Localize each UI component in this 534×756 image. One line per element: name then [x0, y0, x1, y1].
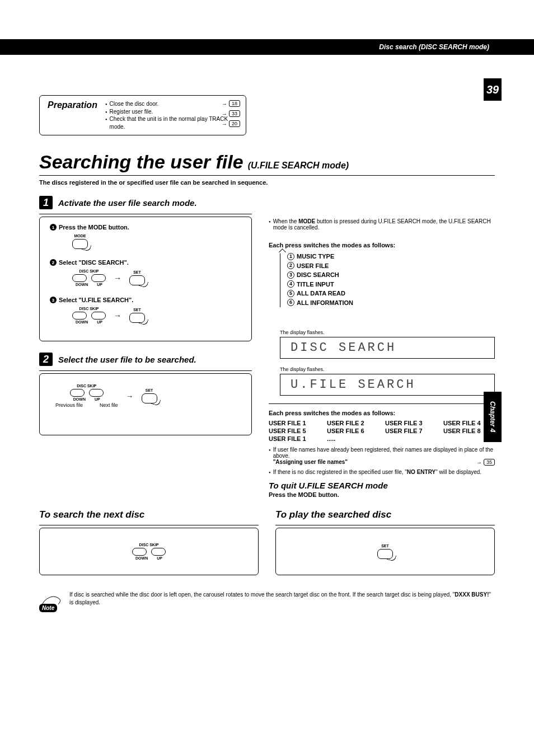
arrow-right-icon: → — [114, 274, 121, 283]
file-list-title: Each press switches the modes as follows… — [269, 410, 495, 416]
substep: 1Press the MODE button. — [50, 224, 241, 231]
preparation-box: Preparation Close the disc door. Registe… — [39, 95, 246, 135]
step-title: Select the user file to be searched. — [58, 355, 196, 364]
down-button-icon — [72, 312, 87, 320]
set-button-icon — [129, 275, 145, 285]
header-bar: Disc search (DISC SEARCH mode) — [0, 39, 534, 55]
page-description: The discs registered in the or specified… — [39, 179, 495, 186]
step2-box: DISC SKIP DOWN UP Previous file Next fil… — [39, 373, 252, 435]
down-button-icon — [132, 548, 147, 556]
display-flash-label: The display flashes. — [280, 330, 495, 335]
prep-item: Check that the unit is in the normal pla… — [105, 115, 238, 130]
set-label: SET — [146, 388, 153, 392]
mode-list: 1MUSIC TYPE 2USER FILE 3DISC SEARCH 4TIT… — [280, 252, 495, 307]
footnote: Note If disc is searched while the disc … — [39, 591, 495, 614]
mode-label: MODE — [74, 234, 86, 238]
up-button-icon — [91, 312, 106, 320]
page-number: 39 — [484, 78, 502, 101]
quit-instruction: Press the MODE button. — [269, 491, 495, 498]
step1-box: 1Press the MODE button. MODE 2Select "DI… — [39, 217, 252, 341]
play-disc-title: To play the searched disc — [275, 509, 495, 520]
substep: 2Select "DISC SEARCH". — [50, 259, 241, 266]
substep: 3Select "U.FILE SEARCH". — [50, 297, 241, 303]
no-entry-note: If there is no disc registered in the sp… — [269, 469, 495, 475]
disc-skip-diagram-2: DISC SKIP DOWN UP → SET — [72, 307, 241, 324]
page-ref: →35 — [476, 459, 495, 466]
note-icon: Note — [39, 591, 63, 614]
step-number: 2 — [39, 353, 53, 366]
down-button-icon — [70, 389, 85, 397]
page-title: Searching the user file (U.FILE SEARCH m… — [39, 151, 495, 173]
up-button-icon — [89, 389, 104, 397]
page-ref: →18 — [222, 100, 240, 107]
preparation-title: Preparation — [48, 100, 97, 130]
right-column: When the MODE button is pressed during U… — [269, 196, 495, 498]
disc-skip-label: DISC SKIP — [79, 307, 99, 311]
left-column: 1 Activate the user file search mode. 1P… — [39, 196, 252, 498]
arrow-right-icon: → — [126, 392, 134, 401]
note-badge: Note — [39, 604, 57, 612]
up-button-icon — [151, 548, 166, 556]
divider — [275, 525, 495, 525]
step1-header: 1 Activate the user file search mode. — [39, 196, 252, 209]
disc-skip-label: DISC SKIP — [79, 269, 99, 273]
page-ref: →33 — [222, 110, 240, 117]
display-flash-label: The display flashes. — [280, 367, 495, 372]
play-disc-section: To play the searched disc SET — [275, 509, 495, 575]
prep-item: Close the disc door. — [105, 100, 238, 108]
set-button-icon — [142, 393, 157, 403]
divider — [269, 403, 495, 404]
mode-button-diagram: MODE — [72, 234, 241, 249]
divider — [39, 525, 259, 525]
step-title: Activate the user file search mode. — [58, 198, 197, 208]
page-ref: →20 — [222, 120, 240, 127]
set-label: SET — [133, 270, 141, 274]
divider — [39, 370, 252, 371]
search-next-box: DISC SKIP DOWN UP — [39, 528, 259, 575]
disc-skip-label: DISC SKIP — [77, 384, 96, 388]
breadcrumb: Disc search (DISC SEARCH mode) — [379, 43, 489, 51]
prev-file-label: Previous file — [55, 402, 83, 408]
display-disc-search: DISC SEARCH — [280, 337, 495, 359]
step2-header: 2 Select the user file to be searched. — [39, 353, 252, 366]
down-button-icon — [72, 274, 87, 282]
divider — [39, 175, 495, 176]
up-button-icon — [91, 274, 106, 282]
divider — [39, 214, 252, 214]
next-file-label: Next file — [100, 402, 118, 408]
search-next-section: To search the next disc DISC SKIP DOWN U… — [39, 509, 259, 575]
arrow-right-icon: → — [114, 311, 121, 320]
play-disc-box: SET — [275, 528, 495, 575]
quit-title: To quit U.FILE SEARCH mode — [269, 481, 495, 490]
display-ufile-search: U.FILE SEARCH — [280, 374, 495, 396]
disc-skip-label: DISC SKIP — [139, 543, 158, 547]
note-text: If disc is searched while the disc door … — [69, 591, 495, 607]
preparation-refs: →18 →33 →20 — [222, 100, 240, 127]
chapter-side-label: Chapter 4 — [484, 392, 502, 442]
user-file-names-note: If user file names have already been reg… — [269, 447, 495, 466]
mode-list-title: Each press switches the modes as follows… — [269, 242, 495, 248]
mode-button-icon — [72, 239, 88, 249]
set-button-icon — [129, 313, 145, 323]
set-label: SET — [133, 308, 141, 312]
user-file-grid: USER FILE 1USER FILE 2USER FILE 3USER FI… — [269, 420, 495, 442]
preparation-items: Close the disc door. Register user file.… — [105, 100, 238, 130]
prep-item: Register user file. — [105, 108, 238, 116]
mode-cancel-note: When the MODE button is pressed during U… — [269, 218, 495, 231]
set-button-icon — [377, 549, 393, 559]
step-number: 1 — [39, 196, 53, 209]
disc-skip-diagram: DISC SKIP DOWN UP → SET — [72, 269, 241, 287]
search-next-title: To search the next disc — [39, 509, 259, 520]
set-label: SET — [381, 544, 389, 548]
file-select-diagram: DISC SKIP DOWN UP Previous file Next fil… — [55, 384, 241, 408]
